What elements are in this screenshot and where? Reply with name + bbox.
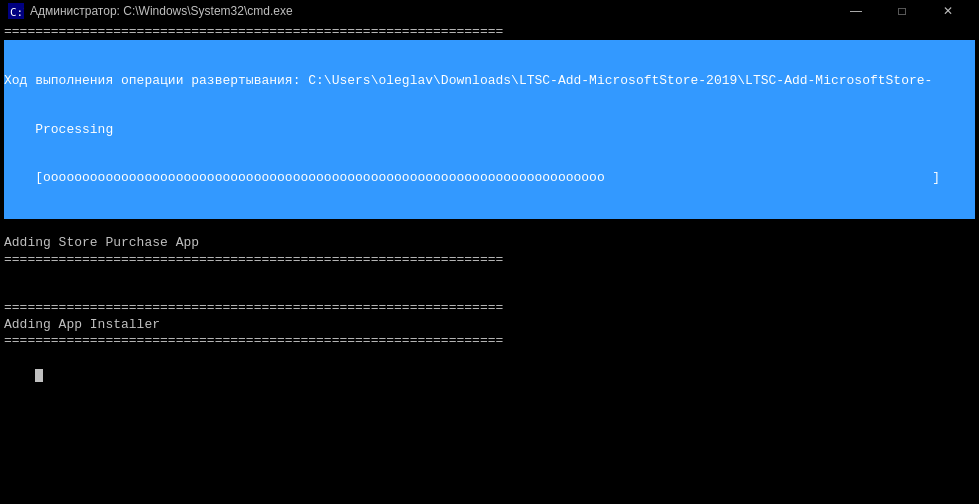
cursor-line xyxy=(4,349,975,398)
titlebar: C:\ Администратор: C:\Windows\System32\c… xyxy=(0,0,979,22)
titlebar-title: Администратор: C:\Windows\System32\cmd.e… xyxy=(30,4,293,18)
minimize-button[interactable]: — xyxy=(833,0,879,22)
blank-line-2 xyxy=(4,268,975,284)
titlebar-left: C:\ Администратор: C:\Windows\System32\c… xyxy=(8,3,293,19)
cmd-icon: C:\ xyxy=(8,3,24,19)
add-store-line: Adding Store Purchase App xyxy=(4,235,975,251)
highlight-line-2: Processing xyxy=(4,122,975,138)
maximize-button[interactable]: □ xyxy=(879,0,925,22)
separator-line-2: ========================================… xyxy=(4,252,975,268)
separator-line-1: ========================================… xyxy=(4,24,975,40)
separator-line-3: ========================================… xyxy=(4,300,975,316)
cmd-output-area: ========================================… xyxy=(0,22,979,504)
highlight-line-1: Ход выполнения операции развертывания: C… xyxy=(4,73,975,89)
titlebar-controls: — □ ✕ xyxy=(833,0,971,22)
highlight-block: Ход выполнения операции развертывания: C… xyxy=(4,40,975,219)
svg-text:C:\: C:\ xyxy=(10,6,24,19)
add-installer-line: Adding App Installer xyxy=(4,317,975,333)
highlight-line-3: [ooooooooooooooooooooooooooooooooooooooo… xyxy=(4,170,975,186)
close-button[interactable]: ✕ xyxy=(925,0,971,22)
blank-line-3 xyxy=(4,284,975,300)
blank-line-1 xyxy=(4,219,975,235)
separator-line-4: ========================================… xyxy=(4,333,975,349)
cursor xyxy=(35,369,43,382)
